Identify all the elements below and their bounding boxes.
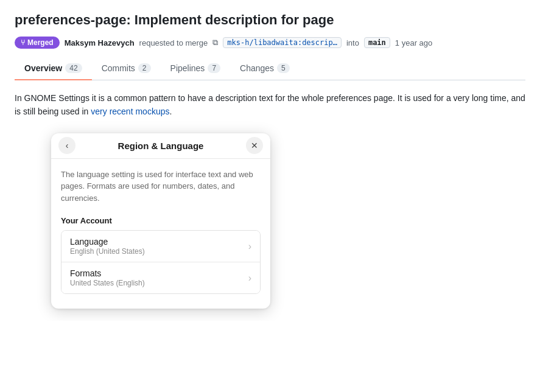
tab-pipelines-count: 7 <box>208 63 220 73</box>
source-branch[interactable]: mks-h/libadwaita:descrip… <box>223 37 342 48</box>
copy-icon[interactable]: ⧉ <box>212 38 218 47</box>
mockup-list-item-language[interactable]: Language English (United States) › <box>61 231 260 262</box>
tab-pipelines[interactable]: Pipelines 7 <box>161 58 231 80</box>
description-text-after: . <box>169 107 172 116</box>
mockup-item-text-formats: Formats United States (English) <box>70 268 145 287</box>
mockup-language-label: Language <box>70 237 145 247</box>
mockup-list: Language English (United States) › Forma… <box>61 230 261 294</box>
mockup-header: ‹ Region & Language ✕ <box>51 133 270 159</box>
mockup-window: ‹ Region & Language ✕ The language setti… <box>51 133 270 309</box>
target-branch[interactable]: main <box>364 37 390 48</box>
into-text: into <box>346 38 359 47</box>
mockup-list-item-formats[interactable]: Formats United States (English) › <box>61 262 260 293</box>
tab-overview-label: Overview <box>24 63 62 73</box>
meta-row: ⑂ Merged Maksym Hazevych requested to me… <box>15 37 525 49</box>
mockup-item-text-language: Language English (United States) <box>70 237 145 256</box>
mockup-container: ‹ Region & Language ✕ The language setti… <box>51 133 525 309</box>
mockup-formats-chevron-icon: › <box>248 273 251 284</box>
badge-label: Merged <box>27 38 54 47</box>
tabs-row: Overview 42 Commits 2 Pipelines 7 Change… <box>15 58 525 80</box>
description-link[interactable]: very recent mockups <box>91 107 169 116</box>
tab-commits-count: 2 <box>138 63 151 73</box>
merge-icon: ⑂ <box>21 38 25 47</box>
mockup-title: Region & Language <box>118 141 204 151</box>
mockup-formats-sublabel: United States (English) <box>70 279 145 287</box>
description-paragraph: In GNOME Settings it is a common pattern… <box>15 91 525 119</box>
mockup-formats-label: Formats <box>70 268 145 278</box>
tab-changes[interactable]: Changes 5 <box>230 58 300 80</box>
mockup-body: The language setting is used for interfa… <box>51 159 270 299</box>
page-title: preferences-page: Implement description … <box>15 12 525 28</box>
time-ago: 1 year ago <box>395 38 432 47</box>
tab-overview-count: 42 <box>65 63 82 73</box>
tab-changes-count: 5 <box>277 63 290 73</box>
tab-pipelines-label: Pipelines <box>170 63 205 73</box>
mockup-back-button[interactable]: ‹ <box>58 137 75 154</box>
author-name[interactable]: Maksym Hazevych <box>65 38 135 47</box>
tab-commits-label: Commits <box>102 63 135 73</box>
tab-overview[interactable]: Overview 42 <box>15 58 92 80</box>
merged-badge: ⑂ Merged <box>15 37 60 49</box>
tab-commits[interactable]: Commits 2 <box>92 58 161 80</box>
mockup-section-title: Your Account <box>61 216 261 225</box>
mockup-language-chevron-icon: › <box>248 241 251 252</box>
mockup-description: The language setting is used for interfa… <box>61 169 261 205</box>
mockup-language-sublabel: English (United States) <box>70 247 145 256</box>
mockup-close-button[interactable]: ✕ <box>246 137 263 154</box>
tab-changes-label: Changes <box>240 63 274 73</box>
action-text: requested to merge <box>139 38 208 47</box>
